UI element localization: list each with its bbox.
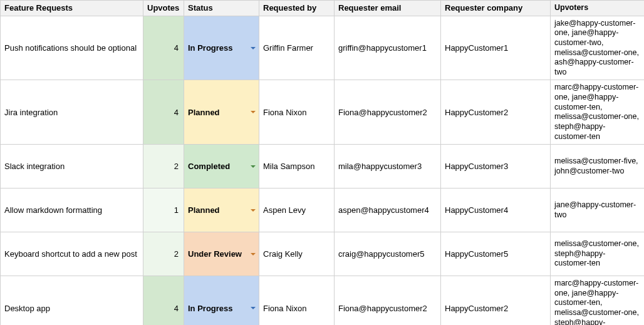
cell-upvoters[interactable]: jane@happy-customer-two — [551, 188, 645, 232]
header-requested-by[interactable]: Requested by — [259, 1, 335, 16]
cell-requester-email[interactable]: Fiona@happycustomer2 — [335, 80, 441, 145]
cell-upvotes[interactable]: 4 — [143, 276, 184, 325]
cell-feature[interactable]: Desktop app — [1, 276, 143, 325]
chevron-down-icon[interactable] — [251, 209, 256, 212]
cell-feature[interactable]: Slack integration — [1, 145, 143, 188]
header-requester-company[interactable]: Requester company — [441, 1, 551, 16]
cell-upvotes[interactable]: 2 — [143, 145, 184, 188]
header-feature[interactable]: Feature Requests — [1, 1, 143, 16]
cell-status[interactable]: Completed — [184, 145, 259, 188]
table-row: Allow markdown formatting1PlannedAspen L… — [1, 188, 645, 232]
status-label: Completed — [188, 162, 230, 171]
chevron-down-icon[interactable] — [251, 111, 256, 113]
cell-status[interactable]: Planned — [184, 80, 259, 145]
cell-requester-company[interactable]: HappyCustomer5 — [441, 232, 551, 276]
table-row: Jira integration4PlannedFiona NixonFiona… — [1, 80, 645, 145]
cell-upvoters[interactable]: melissa@customer-one, steph@happy-custom… — [551, 232, 645, 276]
header-row: Feature Requests Upvotes Status Requeste… — [1, 1, 645, 16]
cell-feature[interactable]: Keyboard shortcut to add a new post — [1, 232, 143, 276]
cell-status[interactable]: Planned — [184, 188, 259, 232]
status-label: Planned — [188, 108, 220, 117]
cell-upvotes[interactable]: 1 — [143, 188, 184, 232]
cell-requester-company[interactable]: HappyCustomer1 — [441, 16, 551, 80]
cell-requester-company[interactable]: HappyCustomer2 — [441, 276, 551, 325]
cell-feature[interactable]: Allow markdown formatting — [1, 188, 143, 232]
cell-upvotes[interactable]: 4 — [143, 80, 184, 145]
chevron-down-icon[interactable] — [251, 307, 256, 309]
cell-requester-email[interactable]: mila@happycustomer3 — [335, 145, 441, 188]
cell-upvoters[interactable]: jake@happy-customer-one, jane@happy-cust… — [551, 16, 645, 80]
feature-requests-table: Feature Requests Upvotes Status Requeste… — [0, 0, 644, 325]
table-row: Keyboard shortcut to add a new post2Unde… — [1, 232, 645, 276]
cell-requested-by[interactable]: Griffin Farmer — [259, 16, 335, 80]
cell-requester-company[interactable]: HappyCustomer2 — [441, 80, 551, 145]
table-row: Push notifications should be optional4In… — [1, 16, 645, 80]
cell-requester-company[interactable]: HappyCustomer4 — [441, 188, 551, 232]
chevron-down-icon[interactable] — [251, 165, 256, 168]
cell-upvoters[interactable]: marc@happy-customer-one, jane@happy-cust… — [551, 276, 645, 325]
status-label: Planned — [188, 205, 220, 215]
chevron-down-icon[interactable] — [251, 253, 256, 255]
cell-feature[interactable]: Push notifications should be optional — [1, 16, 143, 80]
status-label: In Progress — [188, 304, 233, 313]
cell-requester-email[interactable]: Fiona@happycustomer2 — [335, 276, 441, 325]
cell-status[interactable]: In Progress — [184, 276, 259, 325]
cell-upvoters[interactable]: marc@happy-customer-one, jane@happy-cust… — [551, 80, 645, 145]
cell-requested-by[interactable]: Craig Kelly — [259, 232, 335, 276]
cell-upvotes[interactable]: 4 — [143, 16, 184, 80]
header-requester-email[interactable]: Requester email — [335, 1, 441, 16]
cell-requester-email[interactable]: griffin@happycustomer1 — [335, 16, 441, 80]
table-row: Slack integration2CompletedMila Sampsonm… — [1, 145, 645, 188]
table-row: Desktop app4In ProgressFiona NixonFiona@… — [1, 276, 645, 325]
cell-status[interactable]: In Progress — [184, 16, 259, 80]
cell-requester-email[interactable]: aspen@happycustomer4 — [335, 188, 441, 232]
cell-requested-by[interactable]: Mila Sampson — [259, 145, 335, 188]
cell-requested-by[interactable]: Fiona Nixon — [259, 276, 335, 325]
cell-requester-company[interactable]: HappyCustomer3 — [441, 145, 551, 188]
status-label: Under Review — [188, 249, 242, 259]
header-upvoters[interactable]: Upvoters — [551, 1, 645, 16]
header-upvotes[interactable]: Upvotes — [143, 1, 184, 16]
cell-upvoters[interactable]: melissa@customer-five, john@customer-two — [551, 145, 645, 188]
cell-requester-email[interactable]: craig@happycustomer5 — [335, 232, 441, 276]
cell-requested-by[interactable]: Aspen Levy — [259, 188, 335, 232]
header-status[interactable]: Status — [184, 1, 259, 16]
status-label: In Progress — [188, 43, 233, 53]
cell-requested-by[interactable]: Fiona Nixon — [259, 80, 335, 145]
cell-feature[interactable]: Jira integration — [1, 80, 143, 145]
cell-upvotes[interactable]: 2 — [143, 232, 184, 276]
chevron-down-icon[interactable] — [251, 47, 256, 49]
cell-status[interactable]: Under Review — [184, 232, 259, 276]
